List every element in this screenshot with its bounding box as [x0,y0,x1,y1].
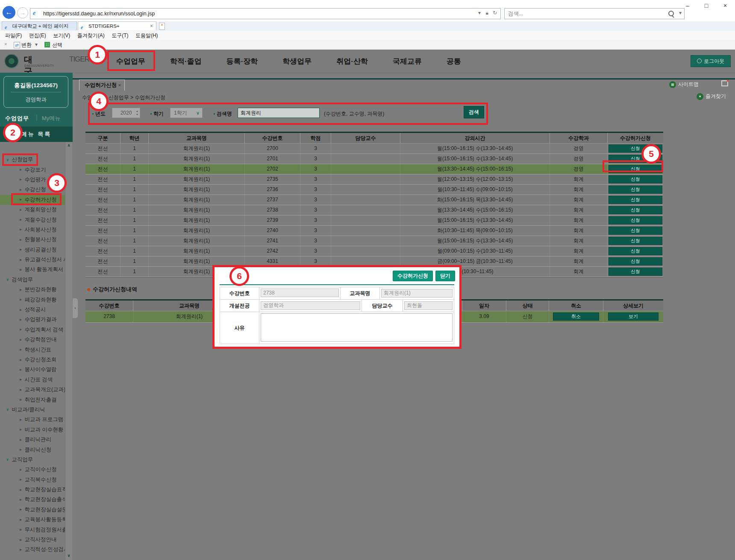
nav-registration-scholarship[interactable]: 등록·장학 [226,56,258,66]
sidebar-item[interactable]: ∨ ▶ 클리닉관리 [0,435,65,445]
search-icon[interactable] [668,11,674,16]
tab-close-icon[interactable]: × [150,22,153,31]
apply-button[interactable]: 신청 [609,268,662,276]
menu-help[interactable]: 도움말(H) [135,31,158,40]
sidebar-item[interactable]: ∨ ▶ 봉사 활동계획서 작성 [0,265,65,274]
apply-button[interactable]: 신청 [609,196,662,204]
nav-student-affairs[interactable]: 학생업무 [282,56,312,66]
forward-button[interactable]: → [17,7,28,18]
nav-employment-industry[interactable]: 취업·산학 [336,56,368,66]
sidebar-item[interactable]: ∨ ▶ 시간표 검색 [0,375,65,385]
course-row[interactable]: 전선 1 회계원리(1) 2741 3 월(15:00~16:15) 수(13:… [85,236,663,246]
page-tab-course-permission[interactable]: 수업허가신청 × [79,80,125,91]
sidebar-item[interactable]: ∨ ▶ 비교과 프로그램 신청 [0,415,65,424]
sidebar-item[interactable]: ∨ ▶ 수강학점안내 [0,335,65,345]
sidebar-item[interactable]: ∨ ▶ 학교현장실습표작성 [0,485,65,495]
sidebar-item[interactable]: ∨ ▶ 계절희망신청 [0,205,65,215]
menu-edit[interactable]: 편집(E) [29,31,46,40]
sidebar-item[interactable]: ∨ ▶ 교직이수신청 [0,465,65,475]
apply-button[interactable]: 신청 [609,237,662,245]
sidebar-item[interactable]: ∨ ▶ 무시험검정원서출력 [0,525,65,534]
sidebar-item[interactable]: ∨ ▶ 수업계획서 검색 [0,325,65,335]
menu-favorites[interactable]: 즐겨찾기(A) [77,31,105,40]
sidebar-item[interactable]: ∨ ▶ 학교현장실습설문조사 [0,505,65,515]
course-row[interactable]: 전선 1 회계원리(1) 2737 3 화(15:00~16:15) 목(13:… [85,195,663,205]
nav-international[interactable]: 국제교류 [393,56,422,66]
sidebar-item[interactable]: ∨ ▶ 교직적성·인성검사 [0,545,65,554]
sidebar-item[interactable]: ∨ ▶ 교직복수신청 [0,475,65,485]
sidebar-item[interactable]: ∨ ▶ 생리공결신청 [0,245,65,255]
sidebar-tab-course-work[interactable]: 수업업무 [5,115,29,122]
sidebar-item[interactable]: ∨ ▶ 교직사정안내 [0,535,65,545]
apply-button[interactable]: 신청 [609,175,662,183]
url-input[interactable] [42,9,467,18]
sidebar-item[interactable]: ∨ ▶ 수업평가결과 [0,315,65,324]
search-dropdown-icon[interactable]: ▾ [679,10,682,16]
browser-tab-daegu-main[interactable]: e 대구대학교 + 메인 페이지 [2,21,77,30]
sidebar-item[interactable]: ∨ ▶ 검색업무 [0,275,65,285]
course-row[interactable]: 전선 1 회계원리(1) 2702 3 월(13:30~14:45) 수(15:… [85,164,663,174]
apply-button[interactable]: 신청 [609,186,662,194]
sidebar-collapse-handle[interactable]: ‹ [73,298,78,318]
course-row[interactable]: 전선 1 회계원리(1) 2739 3 월(15:00~16:15) 수(13:… [85,215,663,226]
browser-search-input[interactable] [507,9,663,18]
apply-button[interactable]: 신청 [609,257,662,265]
url-bar[interactable]: e ▾ 🔒︎ ↻ [30,8,501,19]
sidebar-item[interactable]: ∨ ▶ 봉사이수열람 [0,365,65,374]
sidebar-item[interactable]: ∨ ▶ 비교과 이수현황 [0,425,65,435]
scroll-up-icon[interactable]: ∧ [66,143,71,147]
convert-dropdown-icon[interactable]: ▾ [35,41,38,47]
course-row[interactable]: 전선 1 회계원리(1) 2735 3 월(12:00~13:15) 수(12:… [85,174,663,185]
apply-button[interactable]: 신청 [609,206,662,214]
close-all-tabs-icon[interactable] [721,80,728,86]
apply-button[interactable]: 신청 [609,227,662,235]
menu-file[interactable]: 파일(F) [5,31,22,40]
sidebar-item[interactable]: ∨ ▶ 교직업무 [0,455,65,465]
course-row[interactable]: 전선 1 회계원리(1) 2738 3 월(13:30~14:45) 수(15:… [85,205,663,215]
course-row[interactable]: 전선 1 회계원리(1) 2701 3 월(15:00~16:15) 수(13:… [85,154,663,164]
modal-apply-button[interactable]: 수강허가신청 [393,271,433,281]
course-row[interactable]: 전선 1 회계원리(1) 2736 3 월(10:30~11:45) 수(09:… [85,185,663,195]
reason-textarea[interactable] [261,313,453,342]
view-button[interactable]: 보기 [608,312,659,321]
select-button[interactable]: 선택 [52,41,62,49]
course-row[interactable]: 전선 1 회계원리(1) 2740 3 화(10:30~11:45) 목(09:… [85,226,663,236]
sidebar-item[interactable]: ∨ ▶ 유고결석신청서 서식 [0,255,65,265]
sidebar-item[interactable]: ∨ ▶ 계절수강신청 [0,215,65,224]
sidebar-item[interactable]: ∨ ▶ 교과목개요(교과) [0,385,65,395]
sidebar-item[interactable]: ∨ ▶ 교육봉사활동등록 [0,515,65,525]
sidebar-item[interactable]: ∨ ▶ 폐강강좌현황 [0,295,65,304]
sidebar-item[interactable]: ∨ ▶ 학생시간표 [0,345,65,354]
sidebar-item[interactable]: ∨ ▶ 클리닉신청 [0,445,65,454]
new-tab-button[interactable]: * [159,23,165,30]
sidebar-item[interactable]: ∨ ▶ 성적공시 [0,305,65,315]
apply-button[interactable]: 신청 [609,247,662,255]
window-maximize-button[interactable]: □ [699,2,714,9]
toolbar-close-icon[interactable]: × [4,41,7,47]
window-close-button[interactable]: × [718,2,732,9]
sidebar-item[interactable]: ∨ ▶ 헌혈봉사신청 [0,235,65,245]
nav-records-graduation[interactable]: 학적·졸업 [170,56,202,66]
sidebar-item[interactable]: ∨ ▶ 사회봉사신청 [0,225,65,235]
sidebar-item[interactable]: ∨ ▶ 학교현장실습출석원 [0,495,65,504]
sidebar-item[interactable]: ∨ ▶ 취업전자출결 [0,395,65,404]
cancel-button[interactable]: 취소 [553,312,599,321]
nav-common[interactable]: 공통 [447,56,461,66]
sidebar-scrollbar[interactable]: ∧ ∨ [65,142,72,560]
back-button[interactable]: ← [3,6,15,19]
logout-button[interactable]: 로그아웃 [691,55,731,67]
menu-tools[interactable]: 도구(T) [112,31,128,40]
sidebar-item[interactable]: ∨ ▶ 수강신청조회 [0,355,65,365]
sidebar-item[interactable]: ∨ ▶ 분반강좌현황 [0,285,65,295]
course-row[interactable]: 전선 1 회계원리(1) 2742 3 월(09:00~10:15) 수(10:… [85,246,663,256]
sidebar-tab-my-menu[interactable]: My메뉴 [42,115,60,122]
modal-close-button[interactable]: 닫기 [435,271,455,281]
convert-button[interactable]: 변환 [21,41,32,49]
apply-button[interactable]: 신청 [609,216,662,224]
sitemap-link[interactable]: ▦사이트맵 [669,80,699,88]
sidebar-item[interactable]: ∨ ▶ 비교과/클리닉 [0,405,65,415]
browser-search-box[interactable]: ▾ [504,8,685,19]
browser-tab-stdtigers[interactable]: e STDTIGERS+ × [78,21,156,30]
add-favorite-link[interactable]: ★즐겨찾기 [697,92,726,100]
scroll-down-icon[interactable]: ∨ [66,553,71,558]
